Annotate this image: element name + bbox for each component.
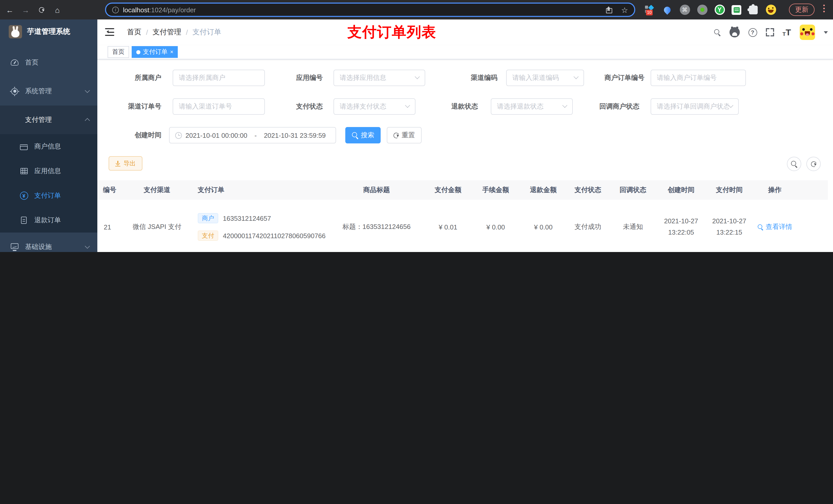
filter-select-notify_status[interactable]: 请选择订单回调商户状态 [651, 98, 739, 115]
sidebar-item-支付订单[interactable]: 支付订单 [0, 183, 97, 208]
extension-command-icon[interactable]: ⌘ [679, 4, 690, 15]
column-header-支付订单: 支付订单 [194, 180, 328, 200]
breadcrumb: 首页/支付管理/支付订单 [127, 20, 221, 45]
filter-label-refund_status: 退款状态 [451, 98, 478, 115]
screen: ← → ⌂ i localhost:1024/pay/order ☆ 10 ⌘ … [0, 0, 833, 252]
tab-首页[interactable]: 首页 [108, 46, 129, 58]
filter-input-merchant_order_id[interactable]: 请输入商户订单编号 [651, 70, 746, 86]
filter-select-refund_status[interactable]: 请选择退款状态 [491, 98, 573, 115]
app-logo[interactable]: 芋道管理系统 [0, 20, 97, 44]
font-size-icon[interactable]: TT [783, 28, 791, 37]
sidebar-item-商户信息[interactable]: 商户信息 [0, 134, 97, 159]
sidebar-item-label: 商户信息 [34, 142, 61, 151]
sidebar-item-支付管理[interactable]: 支付管理 [0, 105, 97, 134]
filter-label-channel_code: 渠道编码 [471, 70, 497, 86]
chrome-update-button[interactable]: 更新 [789, 4, 814, 16]
filter-label-merchant_id: 所属商户 [135, 70, 161, 86]
column-header-回调状态: 回调状态 [610, 180, 656, 200]
github-icon[interactable] [729, 27, 739, 38]
sidebar-toggle-icon[interactable] [105, 28, 114, 36]
sidebar-item-基础设施[interactable]: 基础设施 [0, 233, 97, 252]
help-icon[interactable]: ? [748, 28, 757, 37]
sidebar-item-首页[interactable]: 首页 [0, 48, 97, 77]
column-header-商品标题: 商品标题 [328, 180, 425, 200]
mini-refresh-icon [810, 160, 817, 167]
breadcrumb-item-支付管理[interactable]: 支付管理 [153, 28, 181, 37]
breadcrumb-item-首页[interactable]: 首页 [127, 28, 141, 37]
table-row: 21微信 JSAPI 支付商户1635312124657支付4200001174… [97, 200, 828, 252]
sidebar-item-退款订单[interactable]: 退款订单 [0, 208, 97, 233]
user-avatar[interactable] [800, 25, 815, 40]
toggle-search-button[interactable] [787, 157, 801, 171]
orders-table-wrap: 编号支付渠道支付订单商品标题支付金额手续金额退款金额支付状态回调状态创建时间支付… [97, 180, 828, 252]
profile-emoji-icon[interactable] [765, 4, 776, 15]
extensions-puzzle-icon[interactable] [748, 4, 759, 15]
extension-chat-icon[interactable] [732, 5, 741, 15]
placeholder-text: 请选择订单回调商户状态 [657, 102, 729, 111]
column-header-支付状态: 支付状态 [566, 180, 610, 200]
url-text[interactable]: localhost:1024/pay/order [123, 6, 196, 14]
yen-icon [10, 116, 19, 124]
filter-select-channel_code[interactable]: 请输入渠道编码 [506, 70, 584, 86]
reset-button[interactable]: 重置 [387, 127, 422, 143]
pay-tag: 支付 [198, 231, 218, 241]
url-path: :1024/pay/order [149, 6, 196, 14]
browser-extensions: 10 ⌘ Y [644, 0, 776, 20]
cell-pay-channel: 微信 JSAPI 支付 [120, 200, 194, 252]
forward-icon[interactable]: → [20, 4, 31, 15]
tab-label: 首页 [112, 48, 124, 56]
sidebar-item-应用信息[interactable]: 应用信息 [0, 159, 97, 183]
rabbit-logo-icon [9, 25, 22, 39]
refresh-table-button[interactable] [806, 157, 821, 171]
filter-select-app_id[interactable]: 请选择应用信息 [334, 70, 425, 86]
back-icon[interactable]: ← [4, 4, 15, 15]
navbar-actions: ? TT [714, 20, 828, 45]
column-header-手续金额: 手续金额 [471, 180, 521, 200]
reset-button-label: 重置 [402, 130, 415, 140]
filter-label-create-time: 创建时间 [135, 127, 161, 143]
site-info-icon[interactable]: i [112, 6, 119, 13]
filter-input-channel_order_no[interactable]: 请输入渠道订单号 [173, 98, 265, 115]
sidebar-item-label: 支付订单 [34, 191, 61, 200]
date-separator: - [254, 131, 257, 139]
column-header-编号: 编号 [97, 180, 120, 200]
export-button[interactable]: 导出 [109, 156, 142, 171]
close-tab-icon[interactable]: × [170, 49, 173, 55]
extension-y-icon[interactable]: Y [714, 4, 725, 15]
search-icon[interactable] [714, 29, 720, 35]
filter-input-merchant_id[interactable]: 请选择所属商户 [173, 70, 265, 86]
browser-menu-icon[interactable] [823, 5, 825, 12]
extension-record-icon[interactable] [697, 4, 708, 15]
reload-icon[interactable] [36, 4, 47, 15]
extension-diamond-icon[interactable]: 10 [644, 4, 655, 15]
extension-pin-icon[interactable] [662, 4, 673, 15]
fullscreen-icon[interactable] [766, 28, 774, 37]
placeholder-text: 请选择支付状态 [340, 102, 386, 111]
share-icon[interactable] [606, 6, 612, 13]
filter-select-pay_status[interactable]: 请选择支付状态 [334, 98, 415, 115]
view-detail-label: 查看详情 [766, 222, 792, 232]
filter-daterange-create-time[interactable]: 2021-10-01 00:00:00-2021-10-31 23:59:59 [169, 127, 336, 143]
sidebar-item-系统管理[interactable]: 系统管理 [0, 77, 97, 105]
user-menu-caret-icon[interactable] [824, 31, 828, 35]
search-button-label: 搜索 [361, 130, 374, 140]
active-tab-dot [136, 50, 140, 54]
chevron-down-icon [415, 74, 420, 79]
home-icon[interactable]: ⌂ [52, 4, 63, 15]
reload-glyph [38, 6, 45, 13]
cell-refund-amount: ¥ 0.00 [521, 200, 566, 252]
navbar: 首页/支付管理/支付订单 支付订单列表 ? TT [97, 20, 833, 45]
cell-fee-amount: ¥ 0.00 [471, 200, 521, 252]
view-detail-link[interactable]: 查看详情 [757, 222, 792, 232]
address-bar[interactable]: i localhost:1024/pay/order ☆ [105, 3, 635, 17]
sidebar-item-label: 系统管理 [25, 87, 52, 96]
sidebar-item-label: 应用信息 [34, 166, 61, 176]
column-header-退款金额: 退款金额 [521, 180, 566, 200]
search-button[interactable]: 搜索 [345, 127, 381, 143]
pay-circle-icon [20, 191, 28, 200]
table-header-row: 编号支付渠道支付订单商品标题支付金额手续金额退款金额支付状态回调状态创建时间支付… [97, 180, 828, 200]
bookmark-star-icon[interactable]: ☆ [621, 6, 628, 14]
column-header-操作: 操作 [753, 180, 828, 200]
tab-支付订单[interactable]: 支付订单× [132, 46, 178, 58]
app-title: 芋道管理系统 [27, 27, 70, 37]
